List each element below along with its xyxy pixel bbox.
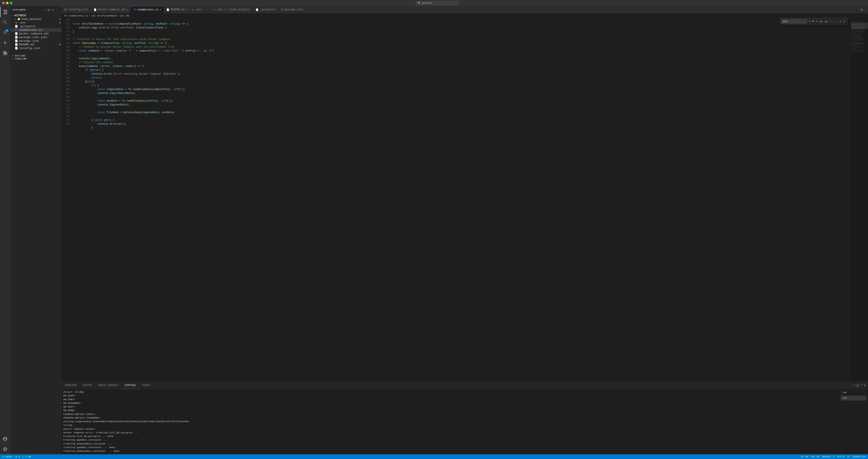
panel-tab-ports[interactable]: PORTS	[140, 382, 153, 389]
tree-item-node-modules[interactable]: ▸ 📁 node_modules M	[10, 17, 62, 21]
search-icon: 🔍	[418, 2, 421, 4]
find-close[interactable]: ✕	[843, 20, 845, 23]
new-file-button[interactable]: +	[43, 8, 46, 12]
tab-label-env1: .env	[195, 8, 201, 11]
tree-item-codewitness[interactable]: TS codeWitness.ts	[10, 28, 62, 32]
tree-section-timeline[interactable]: ▸ TIMELINE	[10, 57, 62, 60]
errors-status[interactable]: ⊗ 0	[16, 455, 20, 458]
terminal-line: PGADMIN_DEFAULT_EMAIL=	[63, 412, 841, 416]
tree-item-tsconfig[interactable]: 📄 tsconfig.json	[10, 47, 62, 50]
sidebar: EXPLORER + ⊞ ↻ ··· ▾ WITNESS ▸ 📁 node_mo…	[10, 6, 62, 454]
tab-readme[interactable]: 📄 README.md ●	[164, 6, 190, 13]
warnings-status[interactable]: ⚠ 1 40	[22, 455, 31, 458]
tab-codewitness[interactable]: TS codeWitness.ts ●	[131, 6, 164, 13]
terminal-tab-zsh2[interactable]: zsh	[841, 396, 866, 401]
split-terminal-button[interactable]: ⊟	[856, 384, 859, 388]
activity-run[interactable]	[0, 38, 10, 48]
nav-back-button[interactable]: ‹	[407, 1, 410, 5]
find-next[interactable]: ↓	[836, 20, 838, 23]
maximize-button[interactable]	[10, 2, 12, 4]
panel-tab-output[interactable]: OUTPUT	[80, 382, 95, 389]
sidebar-title: EXPLORER	[13, 8, 26, 11]
terminal-tab-zsh1[interactable]: zsh	[841, 390, 866, 396]
tab-tsconfig[interactable]: {} tsconfig.json	[62, 6, 91, 13]
find-regex[interactable]: .*	[829, 20, 831, 23]
global-search[interactable]: 🔍 witness	[416, 1, 459, 5]
tab-env2[interactable]: ⚙ .env ~/…/node_projects	[211, 6, 253, 13]
terminal-line: Creating pgadmin_container ... done	[63, 446, 841, 449]
split-editor-button[interactable]: ⊞	[860, 8, 863, 11]
terminal-content: driver: bridge DB_USER= DB_PORT= DB_PASS…	[62, 389, 868, 454]
tree-item-gitignore[interactable]: 📄 .gitignore	[10, 25, 62, 28]
minimap[interactable]	[851, 18, 868, 381]
tab-label-tsconfig: tsconfig.json	[68, 8, 88, 11]
add-terminal-button[interactable]: +	[854, 384, 856, 387]
terminal-line: PGADMIN_DEFAULT_PASSWORD=	[63, 416, 841, 420]
tree-item-docker-compose[interactable]: 📄 docker-compose.yml	[10, 32, 62, 35]
close-button[interactable]	[2, 2, 5, 4]
tab-package[interactable]: {} package.json	[278, 6, 306, 13]
activity-search[interactable]	[0, 17, 10, 27]
git-branch-status[interactable]: ⎇ main*	[2, 455, 13, 458]
cursor-position-status[interactable]: Ln 46, Col 29	[801, 455, 819, 458]
indentation-status[interactable]: Spaces: 2	[822, 455, 834, 458]
tab-label-readme: README.md	[171, 8, 185, 11]
encoding-status[interactable]: UTF-8	[837, 455, 844, 458]
activity-settings[interactable]	[0, 444, 10, 454]
tree-section-witness[interactable]: ▾ WITNESS	[10, 14, 62, 17]
maximize-panel-button[interactable]: ⌃	[860, 384, 863, 388]
terminal-line: DB_HOST=	[63, 405, 841, 408]
code-editor[interactable]: 3 of 4 Aa ab .* ↑ ↓ ≡ ✕ 39 49 50 51 52	[62, 18, 851, 381]
tree-section-outline[interactable]: ▸ OUTLINE	[10, 54, 62, 57]
find-input[interactable]	[781, 19, 807, 24]
activity-explorer[interactable]	[0, 7, 10, 17]
more-actions-button[interactable]: ···	[56, 8, 59, 12]
terminal-line	[63, 453, 841, 454]
panel-actions: + ⊟ ⌃ ✕	[854, 382, 868, 389]
panel-tab-problems[interactable]: PROBLEMS	[62, 382, 80, 389]
terminal-tabs-sidebar: zsh zsh	[841, 390, 866, 453]
terminal-line: Creating phpmyadmin_container ...	[63, 442, 841, 446]
more-tabs-button[interactable]: ···	[864, 8, 866, 11]
find-match-case[interactable]: Aa	[819, 20, 823, 23]
tab-env1[interactable]: ⚙ .env	[190, 6, 211, 13]
terminal-output[interactable]: driver: bridge DB_USER= DB_PORT= DB_PASS…	[63, 390, 841, 453]
find-select-all[interactable]: ≡	[840, 20, 841, 23]
activity-source-control[interactable]: 2	[0, 27, 10, 38]
tree-label-witness: WITNESS	[14, 14, 26, 17]
tab-docker-compose[interactable]: 📄 docker-compose.yml ●	[91, 6, 131, 13]
status-bar: ⎇ main* ⊗ 0 ⚠ 1 40 Ln 46, Col 29 Spaces:…	[0, 454, 868, 459]
terminal-line: Creating phpmyadmin_container ... done	[63, 449, 841, 453]
activity-extensions[interactable]	[0, 48, 10, 58]
activity-accounts[interactable]	[0, 434, 10, 444]
nav-forward-button[interactable]: ›	[411, 1, 414, 5]
tab-gitignore[interactable]: 📄 .gitignore	[253, 6, 278, 13]
app-container: 2 EXPLORER + ⊞ ↻ ··· ▾	[0, 6, 868, 454]
close-panel-button[interactable]: ✕	[864, 384, 866, 388]
tab-label-docker: docker-compose.yml	[98, 8, 126, 11]
breadcrumb: TS codeWitness.ts › {e} VerifyCodeHash ›…	[62, 13, 868, 18]
find-prev[interactable]: ↑	[833, 20, 835, 23]
find-whole-word[interactable]: ab	[825, 20, 828, 23]
line-ending-status[interactable]: LF	[847, 455, 849, 458]
outline-label: OUTLINE	[14, 55, 25, 57]
sidebar-actions: + ⊞ ↻ ···	[43, 8, 59, 12]
breadcrumb-item: {e} e0x	[120, 14, 130, 17]
tree-item-env[interactable]: ⚙ .env M	[10, 21, 62, 25]
tab-label-env2: .env ~/…/node_projects	[216, 8, 250, 11]
terminal-panel: PROBLEMS OUTPUT DEBUG CONSOLE TERMINAL P…	[62, 381, 868, 454]
sidebar-header: EXPLORER + ⊞ ↻ ···	[10, 6, 62, 14]
tree-item-readme[interactable]: 📄 README.md M	[10, 43, 62, 47]
tree-item-package[interactable]: 📄 package.json	[10, 39, 62, 43]
panel-tab-debug[interactable]: DEBUG CONSOLE	[95, 382, 121, 389]
language-mode-status[interactable]: TypeScript	[852, 455, 866, 458]
tabs-bar: {} tsconfig.json 📄 docker-compose.yml ● …	[62, 6, 868, 13]
code-content: 39 49 50 51 52 53 54 55 56 57 58 59 60 6…	[62, 18, 851, 381]
tree-item-package-lock[interactable]: 📄 package-lock.json	[10, 35, 62, 39]
new-folder-button[interactable]: ⊞	[47, 8, 51, 12]
terminal-line: Docker Compose output:	[63, 427, 841, 431]
panel-tab-terminal[interactable]: TERMINAL	[121, 382, 140, 389]
minimize-button[interactable]	[6, 2, 8, 4]
refresh-button[interactable]: ↻	[51, 8, 55, 12]
terminal-line: DB_USER=	[63, 394, 841, 397]
